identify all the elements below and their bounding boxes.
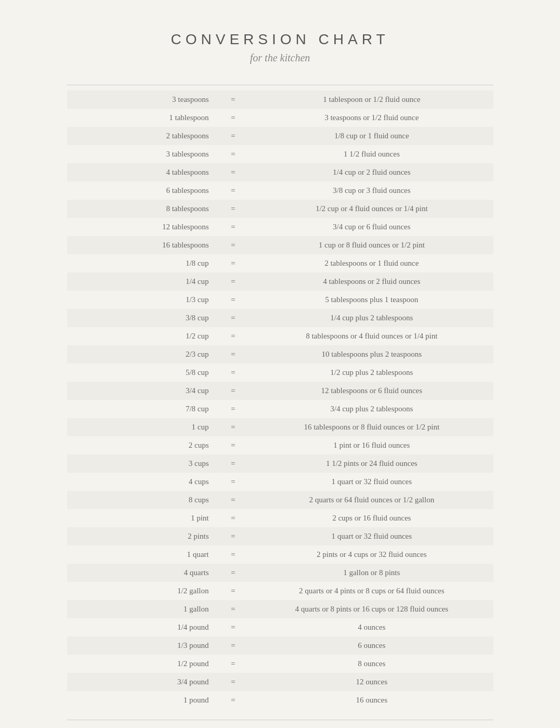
table-row: 1 cup=16 tablespoons or 8 fluid ounces o… [67,418,493,436]
table-row: 3 cups=1 1/2 pints or 24 fluid ounces [67,454,493,473]
cell-left: 4 tablespoons [67,163,216,181]
cell-right: 1/2 cup or 4 fluid ounces or 1/4 pint [250,200,493,218]
table-row: 2 cups=1 pint or 16 fluid ounces [67,436,493,454]
cell-equals: = [216,163,251,181]
table-row: 3/8 cup=1/4 cup plus 2 tablespoons [67,309,493,327]
cell-left: 3 cups [67,454,216,473]
cell-equals: = [216,691,251,709]
cell-right: 3 teaspoons or 1/2 fluid ounce [250,109,493,127]
cell-equals: = [216,545,251,564]
cell-right: 8 ounces [250,655,493,673]
table-row: 2/3 cup=10 tablespoons plus 2 teaspoons [67,345,493,363]
table-row: 16 tablespoons=1 cup or 8 fluid ounces o… [67,236,493,254]
table-row: 1/4 cup=4 tablespoons or 2 fluid ounces [67,272,493,291]
cell-right: 12 tablespoons or 6 fluid ounces [250,382,493,400]
cell-equals: = [216,564,251,582]
table-row: 7/8 cup=3/4 cup plus 2 tablespoons [67,400,493,418]
page-subtitle: for the kitchen [67,52,493,64]
cell-left: 4 quarts [67,564,216,582]
table-row: 3/4 cup=12 tablespoons or 6 fluid ounces [67,382,493,400]
table-row: 12 tablespoons=3/4 cup or 6 fluid ounces [67,218,493,236]
cell-equals: = [216,418,251,436]
table-row: 1/3 pound=6 ounces [67,636,493,655]
table-row: 4 tablespoons=1/4 cup or 2 fluid ounces [67,163,493,181]
cell-right: 2 quarts or 4 pints or 8 cups or 64 flui… [250,582,493,600]
cell-right: 16 tablespoons or 8 fluid ounces or 1/2 … [250,418,493,436]
cell-equals: = [216,400,251,418]
cell-left: 8 cups [67,491,216,509]
cell-equals: = [216,382,251,400]
table-row: 6 tablespoons=3/8 cup or 3 fluid ounces [67,181,493,200]
table-row: 1/2 gallon=2 quarts or 4 pints or 8 cups… [67,582,493,600]
cell-left: 2 cups [67,436,216,454]
cell-equals: = [216,509,251,527]
cell-left: 6 tablespoons [67,181,216,200]
cell-right: 2 pints or 4 cups or 32 fluid ounces [250,545,493,564]
cell-equals: = [216,218,251,236]
table-row: 4 cups=1 quart or 32 fluid ounces [67,473,493,491]
cell-right: 12 ounces [250,673,493,691]
cell-right: 1 gallon or 8 pints [250,564,493,582]
cell-equals: = [216,254,251,272]
table-row: 5/8 cup=1/2 cup plus 2 tablespoons [67,363,493,382]
cell-left: 5/8 cup [67,363,216,382]
cell-equals: = [216,200,251,218]
table-row: 1 pint=2 cups or 16 fluid ounces [67,509,493,527]
cell-left: 3/4 cup [67,382,216,400]
cell-left: 2 pints [67,527,216,545]
cell-equals: = [216,473,251,491]
cell-equals: = [216,600,251,618]
cell-left: 12 tablespoons [67,218,216,236]
cell-equals: = [216,327,251,345]
cell-equals: = [216,436,251,454]
table-row: 1 quart=2 pints or 4 cups or 32 fluid ou… [67,545,493,564]
cell-right: 1 quart or 32 fluid ounces [250,473,493,491]
cell-left: 1/3 pound [67,636,216,655]
cell-right: 2 quarts or 64 fluid ounces or 1/2 gallo… [250,491,493,509]
cell-equals: = [216,636,251,655]
cell-left: 1 pound [67,691,216,709]
table-row: 1/3 cup=5 tablespoons plus 1 teaspoon [67,291,493,309]
cell-equals: = [216,90,251,109]
cell-left: 1/2 pound [67,655,216,673]
cell-equals: = [216,145,251,163]
cell-right: 4 tablespoons or 2 fluid ounces [250,272,493,291]
table-row: 8 cups=2 quarts or 64 fluid ounces or 1/… [67,491,493,509]
table-row: 8 tablespoons=1/2 cup or 4 fluid ounces … [67,200,493,218]
table-row: 4 quarts=1 gallon or 8 pints [67,564,493,582]
cell-equals: = [216,582,251,600]
cell-right: 16 ounces [250,691,493,709]
cell-right: 1 tablespoon or 1/2 fluid ounce [250,90,493,109]
cell-equals: = [216,291,251,309]
table-row: 1/8 cup=2 tablespoons or 1 fluid ounce [67,254,493,272]
cell-right: 1/4 cup plus 2 tablespoons [250,309,493,327]
conversion-table: 3 teaspoons=1 tablespoon or 1/2 fluid ou… [67,90,493,709]
cell-equals: = [216,527,251,545]
cell-equals: = [216,127,251,145]
cell-right: 8 tablespoons or 4 fluid ounces or 1/4 p… [250,327,493,345]
cell-left: 1 tablespoon [67,109,216,127]
cell-left: 8 tablespoons [67,200,216,218]
cell-left: 2/3 cup [67,345,216,363]
cell-left: 1/2 cup [67,327,216,345]
cell-equals: = [216,673,251,691]
page-title: CONVERSION CHART [67,31,493,48]
cell-left: 3/8 cup [67,309,216,327]
table-row: 2 tablespoons=1/8 cup or 1 fluid ounce [67,127,493,145]
cell-left: 1/8 cup [67,254,216,272]
cell-right: 5 tablespoons plus 1 teaspoon [250,291,493,309]
page-header: CONVERSION CHART for the kitchen [67,31,493,64]
cell-left: 1 gallon [67,600,216,618]
cell-right: 1 1/2 fluid ounces [250,145,493,163]
cell-equals: = [216,618,251,636]
cell-left: 1 quart [67,545,216,564]
cell-equals: = [216,454,251,473]
cell-equals: = [216,236,251,254]
table-row: 3 tablespoons=1 1/2 fluid ounces [67,145,493,163]
cell-left: 4 cups [67,473,216,491]
cell-right: 1 cup or 8 fluid ounces or 1/2 pint [250,236,493,254]
cell-right: 1 pint or 16 fluid ounces [250,436,493,454]
cell-left: 1/4 cup [67,272,216,291]
cell-right: 4 ounces [250,618,493,636]
header-divider [67,85,493,85]
